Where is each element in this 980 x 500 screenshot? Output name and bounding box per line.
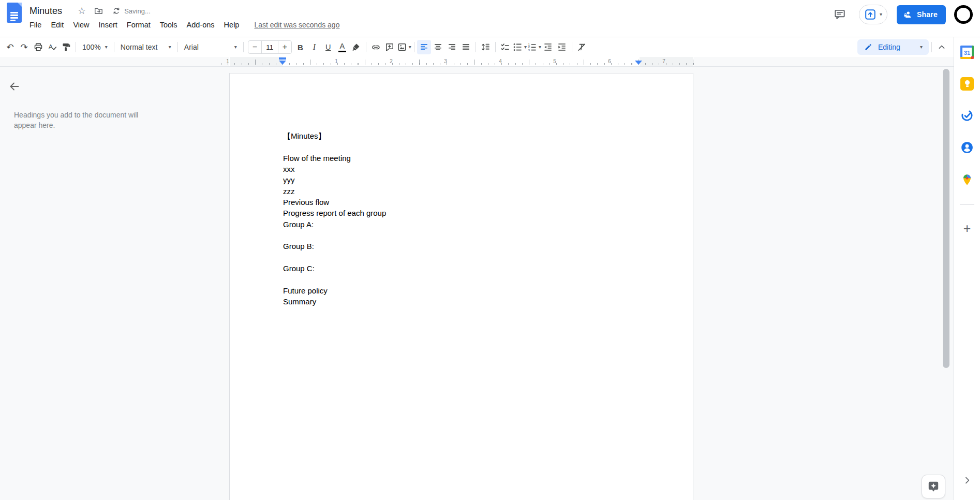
explore-button[interactable] xyxy=(922,475,945,498)
hide-side-panel-icon[interactable] xyxy=(962,475,972,486)
doc-line[interactable]: Group A: xyxy=(283,219,386,230)
doc-line[interactable] xyxy=(283,230,386,241)
move-folder-icon[interactable] xyxy=(94,6,103,16)
toolbar-divider xyxy=(572,42,572,52)
checklist-button[interactable] xyxy=(498,40,512,54)
google-docs-app: Minutes ☆ Saving... File Edit View Inser… xyxy=(0,0,980,500)
font-family-select[interactable]: Arial ▾ xyxy=(181,40,241,54)
paint-format-button[interactable] xyxy=(59,40,73,54)
meet-present-button[interactable]: ▾ xyxy=(859,5,887,24)
editing-mode-select[interactable]: Editing ▾ xyxy=(857,39,929,55)
avatar[interactable] xyxy=(954,5,973,24)
document-page[interactable]: 【Minutes】 Flow of the meeting xxx yyy zz… xyxy=(229,73,693,500)
decrease-indent-button[interactable] xyxy=(541,40,555,54)
comment-history-icon[interactable] xyxy=(833,8,847,21)
text-color-button[interactable]: A xyxy=(335,40,349,54)
pencil-icon xyxy=(864,42,873,52)
redo-button[interactable]: ↷ xyxy=(17,40,31,54)
numbered-list-button[interactable]: 123 ▾ xyxy=(527,40,541,54)
doc-line[interactable]: Group C: xyxy=(283,263,386,274)
doc-line[interactable] xyxy=(283,141,386,152)
toolbar-right: Editing ▾ xyxy=(857,37,948,57)
paragraph-style-select[interactable]: Normal text ▾ xyxy=(117,40,175,54)
doc-line[interactable]: Flow of the meeting xyxy=(283,153,386,164)
doc-line[interactable]: xxx xyxy=(283,164,386,174)
google-calendar-icon[interactable]: 31 xyxy=(960,46,974,59)
google-maps-icon[interactable] xyxy=(961,173,973,187)
zoom-select[interactable]: 100% ▾ xyxy=(79,40,111,54)
toolbar-divider xyxy=(177,42,178,52)
document-text[interactable]: 【Minutes】 Flow of the meeting xxx yyy zz… xyxy=(283,130,386,307)
highlight-color-button[interactable] xyxy=(349,40,363,54)
font-size-group: − 11 + xyxy=(248,40,292,54)
doc-line[interactable]: Future policy xyxy=(283,285,386,296)
logo-fold xyxy=(18,3,22,7)
ruler-ticks-half xyxy=(255,60,696,65)
increase-font-size-button[interactable]: + xyxy=(278,42,291,52)
google-contacts-icon[interactable] xyxy=(960,141,974,154)
bold-button[interactable]: B xyxy=(293,40,307,54)
document-scrollbar[interactable] xyxy=(943,69,949,368)
menu-format[interactable]: Format xyxy=(122,19,155,31)
svg-text:A: A xyxy=(48,43,52,50)
doc-line[interactable]: yyy xyxy=(283,174,386,185)
collapse-toolbar-button[interactable] xyxy=(934,40,948,54)
document-title[interactable]: Minutes xyxy=(29,6,62,17)
doc-line[interactable] xyxy=(283,252,386,263)
menu-tools[interactable]: Tools xyxy=(155,19,182,31)
underline-button[interactable]: U xyxy=(321,40,335,54)
doc-line[interactable]: zzz xyxy=(283,186,386,197)
align-right-button[interactable] xyxy=(445,40,459,54)
left-indent-marker[interactable] xyxy=(279,61,286,65)
doc-line[interactable]: 【Minutes】 xyxy=(283,130,386,141)
italic-button[interactable]: I xyxy=(307,40,321,54)
add-comment-button[interactable] xyxy=(383,40,397,54)
print-button[interactable] xyxy=(31,40,45,54)
explore-sparkle-icon xyxy=(927,480,940,493)
line-spacing-button[interactable] xyxy=(479,40,493,54)
menu-file[interactable]: File xyxy=(25,19,46,31)
get-addons-button[interactable]: + xyxy=(954,222,980,235)
undo-button[interactable]: ↶ xyxy=(3,40,17,54)
doc-line[interactable]: Progress report of each group xyxy=(283,208,386,218)
google-tasks-icon[interactable] xyxy=(960,109,974,122)
increase-indent-button[interactable] xyxy=(555,40,569,54)
ruler-number: 4 xyxy=(499,58,502,64)
decrease-font-size-button[interactable]: − xyxy=(248,42,261,52)
spellcheck-button[interactable]: A xyxy=(45,40,59,54)
doc-line[interactable]: Group B: xyxy=(283,241,386,252)
menu-help[interactable]: Help xyxy=(219,19,244,31)
bulleted-list-button[interactable]: ▾ xyxy=(512,40,527,54)
ruler-number: 1 xyxy=(335,58,338,64)
first-line-indent-marker[interactable] xyxy=(279,57,286,60)
docs-logo-icon[interactable] xyxy=(7,3,22,23)
align-left-button[interactable] xyxy=(417,40,431,54)
main: ↶ ↷ A 100% ▾ Normal text xyxy=(0,37,980,500)
font-size-input[interactable]: 11 xyxy=(261,40,278,54)
clear-formatting-button[interactable] xyxy=(575,40,589,54)
insert-link-button[interactable] xyxy=(369,40,383,54)
menu-insert[interactable]: Insert xyxy=(94,19,122,31)
doc-line[interactable]: Previous flow xyxy=(283,197,386,208)
google-keep-icon[interactable] xyxy=(960,77,974,91)
star-icon[interactable]: ☆ xyxy=(78,6,86,16)
share-button[interactable]: Share xyxy=(897,5,946,24)
align-center-button[interactable] xyxy=(431,40,445,54)
sync-icon xyxy=(112,7,121,15)
font-caret-icon: ▾ xyxy=(234,45,237,50)
ruler[interactable]: 1 1 2 3 4 5 6 7 xyxy=(0,57,954,67)
ruler-number: 6 xyxy=(608,58,611,64)
right-indent-marker[interactable] xyxy=(635,61,642,65)
menu-view[interactable]: View xyxy=(68,19,94,31)
header-actions: ▾ Share xyxy=(833,4,973,25)
insert-image-button[interactable]: ▾ xyxy=(397,40,411,54)
menu-addons[interactable]: Add-ons xyxy=(182,19,219,31)
last-edit-link[interactable]: Last edit was seconds ago xyxy=(254,21,339,29)
zoom-caret-icon: ▾ xyxy=(105,45,108,50)
doc-line[interactable] xyxy=(283,274,386,285)
doc-line[interactable]: Summary xyxy=(283,296,386,307)
toolbar-divider xyxy=(495,42,496,52)
justify-button[interactable] xyxy=(459,40,473,54)
close-outline-icon[interactable] xyxy=(8,80,21,93)
menu-edit[interactable]: Edit xyxy=(46,19,68,31)
